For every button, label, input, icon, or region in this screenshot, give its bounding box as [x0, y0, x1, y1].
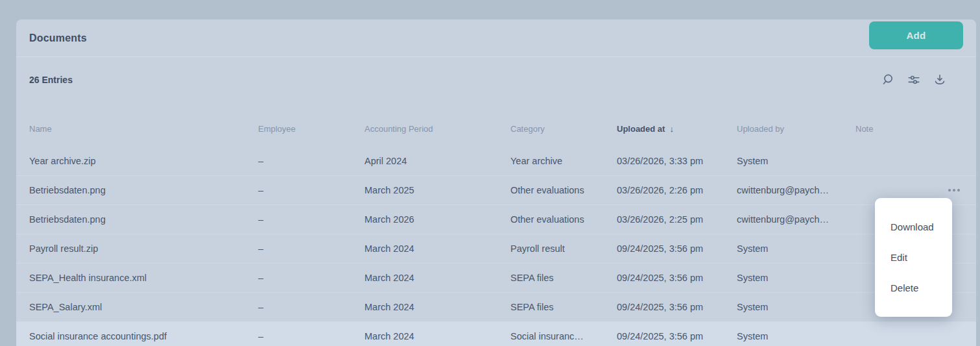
cell-category: Other evaluations [510, 185, 617, 195]
cell-category: Social insuranc… [510, 331, 617, 341]
download-icon[interactable] [932, 72, 948, 88]
cell-employee: – [258, 243, 365, 254]
cell-category: SEPA files [510, 302, 617, 312]
row-actions-icon[interactable] [947, 185, 961, 195]
cell-uploaded-by: cwittenburg@paych… [737, 214, 855, 225]
cell-uploaded-at: 09/24/2025, 3:56 pm [617, 331, 737, 341]
cell-employee: – [258, 331, 365, 341]
cell-accounting-period: March 2024 [365, 243, 510, 254]
cell-category: Payroll result [510, 243, 617, 254]
entries-count: 26 Entries [29, 75, 73, 85]
cell-uploaded-at: 09/24/2025, 3:56 pm [617, 302, 737, 312]
table-row[interactable]: Payroll result.zip – March 2024 Payroll … [16, 234, 976, 263]
column-header-employee[interactable]: Employee [258, 124, 365, 134]
column-header-name[interactable]: Name [29, 124, 258, 134]
cell-category: SEPA files [510, 273, 617, 283]
table-row[interactable]: SEPA_Salary.xml – March 2024 SEPA files … [16, 292, 976, 321]
cell-uploaded-at: 03/26/2026, 3:33 pm [617, 156, 737, 166]
cell-employee: – [258, 214, 365, 225]
document-link[interactable]: SEPA_Health insurance.xml [29, 273, 147, 283]
documents-card: Documents Add 26 Entries [16, 19, 976, 346]
card-header: Documents Add [16, 19, 976, 57]
cell-category: Other evaluations [510, 214, 617, 225]
cell-accounting-period: March 2024 [365, 273, 510, 283]
cell-accounting-period: March 2026 [365, 214, 510, 225]
document-link[interactable]: SEPA_Salary.xml [29, 302, 102, 312]
column-header-uploaded-at[interactable]: Uploaded at ↓ [617, 124, 737, 134]
add-button[interactable]: Add [869, 21, 963, 49]
cell-employee: – [258, 273, 365, 283]
cell-employee: – [258, 185, 365, 195]
cell-uploaded-at: 03/26/2026, 2:26 pm [617, 185, 737, 195]
table-header-row: Name Employee Accounting Period Category… [16, 103, 976, 146]
column-header-uploaded-by[interactable]: Uploaded by [737, 124, 855, 134]
documents-page: Documents Add 26 Entries [0, 0, 980, 346]
menu-item-delete[interactable]: Delete [875, 273, 952, 303]
column-header-accounting-period[interactable]: Accounting Period [365, 124, 510, 134]
documents-table: Name Employee Accounting Period Category… [16, 103, 976, 346]
cell-accounting-period: March 2024 [365, 331, 510, 341]
cell-uploaded-by: System [737, 331, 855, 341]
table-row[interactable]: Year archive.zip – April 2024 Year archi… [16, 146, 976, 175]
search-icon[interactable] [880, 72, 896, 88]
sort-desc-icon: ↓ [669, 124, 674, 134]
page-title: Documents [29, 32, 87, 44]
cell-uploaded-at: 03/26/2026, 2:25 pm [617, 214, 737, 225]
menu-item-download[interactable]: Download [875, 212, 952, 242]
table-row[interactable]: Social insurance accountings.pdf – March… [16, 321, 976, 346]
cell-category: Year archive [510, 156, 617, 166]
cell-uploaded-at: 09/24/2025, 3:56 pm [617, 273, 737, 283]
cell-uploaded-by: System [737, 302, 855, 312]
cell-employee: – [258, 302, 365, 312]
cell-uploaded-by: cwittenburg@paych… [737, 185, 855, 195]
column-header-category[interactable]: Category [510, 124, 617, 134]
table-row[interactable]: Betriebsdaten.png – March 2026 Other eva… [16, 204, 976, 234]
table-body: Year archive.zip – April 2024 Year archi… [16, 146, 976, 346]
uploaded-at-label: Uploaded at [617, 124, 665, 134]
column-header-note[interactable]: Note [855, 124, 922, 134]
cell-uploaded-by: System [737, 156, 855, 166]
filter-settings-icon[interactable] [906, 72, 922, 88]
cell-uploaded-by: System [737, 243, 855, 254]
table-toolbar: 26 Entries [16, 57, 976, 103]
document-link[interactable]: Betriebsdaten.png [29, 185, 106, 195]
toolbar-icons [880, 72, 948, 88]
document-link[interactable]: Year archive.zip [29, 156, 96, 166]
cell-accounting-period: March 2025 [365, 185, 510, 195]
table-row[interactable]: Betriebsdaten.png – March 2025 Other eva… [16, 175, 976, 204]
document-link[interactable]: Payroll result.zip [29, 243, 98, 254]
cell-accounting-period: March 2024 [365, 302, 510, 312]
cell-employee: – [258, 156, 365, 166]
document-link[interactable]: Social insurance accountings.pdf [29, 331, 167, 341]
cell-uploaded-by: System [737, 273, 855, 283]
document-link[interactable]: Betriebsdaten.png [29, 214, 106, 225]
cell-uploaded-at: 09/24/2025, 3:56 pm [617, 243, 737, 254]
table-row[interactable]: SEPA_Health insurance.xml – March 2024 S… [16, 263, 976, 292]
menu-item-edit[interactable]: Edit [875, 242, 952, 273]
row-context-menu: Download Edit Delete [875, 198, 952, 317]
cell-accounting-period: April 2024 [365, 156, 510, 166]
